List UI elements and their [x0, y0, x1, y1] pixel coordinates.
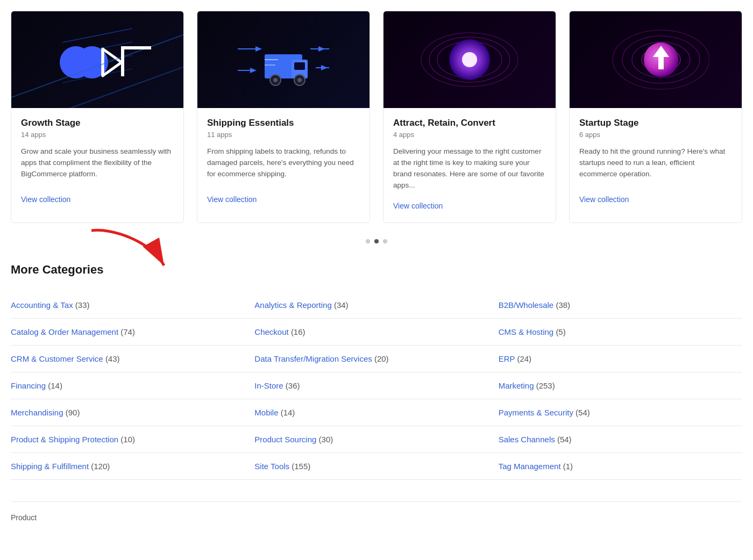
category-link[interactable]: Analytics & Reporting [254, 300, 331, 310]
category-count: (14) [48, 381, 62, 390]
collection-link-shipping[interactable]: View collection [207, 195, 257, 204]
category-item: B2B/Wholesale (38) [499, 292, 742, 319]
collection-description-attract: Delivering your message to the right cus… [393, 146, 546, 191]
collection-app-count-attract: 4 apps [393, 131, 546, 139]
category-item: Site Tools (155) [254, 453, 498, 480]
category-item: CMS & Hosting (5) [499, 319, 742, 346]
category-count: (14) [281, 408, 295, 417]
category-item: Merchandising (90) [11, 399, 254, 426]
category-item: Mobile (14) [254, 399, 498, 426]
category-link[interactable]: B2B/Wholesale [499, 300, 554, 310]
collection-title-shipping: Shipping Essentials [207, 118, 360, 128]
category-link[interactable]: Catalog & Order Management [11, 327, 118, 336]
categories-grid: Accounting & Tax (33)Analytics & Reporti… [11, 292, 742, 480]
collection-description-shipping: From shipping labels to tracking, refund… [207, 146, 360, 185]
svg-point-28 [462, 52, 477, 67]
footer: Product [11, 501, 742, 522]
category-link[interactable]: ERP [499, 354, 515, 363]
category-count: (1) [563, 462, 573, 471]
collection-app-count-shipping: 11 apps [207, 131, 360, 139]
carousel-dot-3[interactable] [383, 239, 387, 243]
category-link[interactable]: Payments & Security [499, 408, 573, 417]
category-count: (10) [120, 435, 135, 444]
category-item: ERP (24) [499, 346, 742, 372]
category-item: Marketing (253) [499, 372, 742, 399]
category-item: In-Store (36) [254, 372, 498, 399]
category-item: Shipping & Fulfillment (120) [11, 453, 254, 480]
collection-link-growth[interactable]: View collection [21, 195, 70, 204]
category-link[interactable]: Site Tools [254, 462, 289, 471]
collection-card-body-shipping: Shipping Essentials 11 apps From shippin… [197, 108, 370, 216]
svg-rect-17 [294, 62, 305, 70]
startup-stage-graphic [602, 27, 709, 92]
category-item: Product Sourcing (30) [254, 426, 498, 453]
category-item: Tag Management (1) [499, 453, 742, 480]
category-count: (36) [286, 381, 300, 390]
collection-card-startup: Startup Stage 6 apps Ready to hit the gr… [569, 11, 742, 223]
category-link[interactable]: Checkout [254, 327, 288, 336]
category-item: Catalog & Order Management (74) [11, 319, 254, 346]
collection-card-shipping: Shipping Essentials 11 apps From shippin… [197, 11, 370, 223]
category-count: (74) [120, 327, 135, 336]
category-link[interactable]: Product Sourcing [254, 435, 316, 444]
collection-image-shipping [197, 11, 370, 108]
collection-card-growth: Growth Stage 14 apps Grow and scale your… [11, 11, 184, 223]
category-link[interactable]: Mobile [254, 408, 278, 417]
category-link[interactable]: CMS & Hosting [499, 327, 554, 336]
attract-retain-graphic [416, 27, 523, 92]
category-link[interactable]: Tag Management [499, 462, 561, 471]
category-count: (54) [576, 408, 590, 417]
category-item: Accounting & Tax (33) [11, 292, 254, 319]
category-count: (54) [557, 435, 572, 444]
more-categories-section: More Categories Accounting & Tax (33)Ana… [11, 263, 742, 480]
collection-description-startup: Ready to hit the ground running? Here's … [579, 146, 732, 185]
svg-marker-10 [250, 68, 257, 73]
category-count: (90) [66, 408, 80, 417]
collection-card-attract: Attract, Retain, Convert 4 apps Deliveri… [383, 11, 556, 223]
carousel-dots [11, 239, 742, 243]
carousel-dot-2[interactable] [374, 239, 379, 243]
collection-app-count-startup: 6 apps [579, 131, 732, 139]
collection-description-growth: Grow and scale your business seamlessly … [21, 146, 174, 185]
collection-image-attract [383, 11, 556, 108]
collection-card-body-startup: Startup Stage 6 apps Ready to hit the gr… [570, 108, 742, 216]
category-item: Payments & Security (54) [499, 399, 742, 426]
category-count: (30) [319, 435, 333, 444]
category-count: (5) [556, 327, 565, 336]
category-count: (38) [556, 300, 570, 310]
category-link[interactable]: Data Transfer/Migration Services [254, 354, 372, 363]
collection-title-growth: Growth Stage [21, 118, 174, 128]
category-link[interactable]: CRM & Customer Service [11, 354, 103, 363]
collection-image-startup [570, 11, 742, 108]
category-link[interactable]: Shipping & Fulfillment [11, 462, 89, 471]
shipping-essentials-graphic [235, 27, 332, 92]
category-link[interactable]: Merchandising [11, 408, 63, 417]
carousel-dot-1[interactable] [366, 239, 370, 243]
category-link[interactable]: In-Store [254, 381, 283, 390]
svg-marker-12 [318, 46, 325, 52]
category-count: (155) [292, 462, 310, 471]
collection-link-startup[interactable]: View collection [579, 195, 629, 204]
collections-grid: Growth Stage 14 apps Grow and scale your… [11, 11, 742, 223]
category-count: (20) [374, 354, 389, 363]
category-item: Data Transfer/Migration Services (20) [254, 346, 498, 372]
category-link[interactable]: Marketing [499, 381, 534, 390]
svg-point-21 [297, 78, 302, 82]
category-link[interactable]: Product & Shipping Protection [11, 435, 118, 444]
collection-card-body-growth: Growth Stage 14 apps Grow and scale your… [11, 108, 183, 216]
category-count: (43) [105, 354, 120, 363]
category-count: (33) [75, 300, 90, 310]
collection-link-attract[interactable]: View collection [393, 202, 443, 210]
category-link[interactable]: Sales Channels [499, 435, 555, 444]
category-link[interactable]: Accounting & Tax [11, 300, 73, 310]
category-item: Product & Shipping Protection (10) [11, 426, 254, 453]
collection-title-startup: Startup Stage [579, 118, 732, 128]
category-item: Financing (14) [11, 372, 254, 399]
svg-marker-14 [321, 65, 328, 70]
category-item: Sales Channels (54) [499, 426, 742, 453]
svg-marker-8 [255, 46, 262, 52]
collection-card-body-attract: Attract, Retain, Convert 4 apps Deliveri… [383, 108, 556, 222]
category-link[interactable]: Financing [11, 381, 46, 390]
category-item: CRM & Customer Service (43) [11, 346, 254, 372]
category-count: (34) [334, 300, 349, 310]
